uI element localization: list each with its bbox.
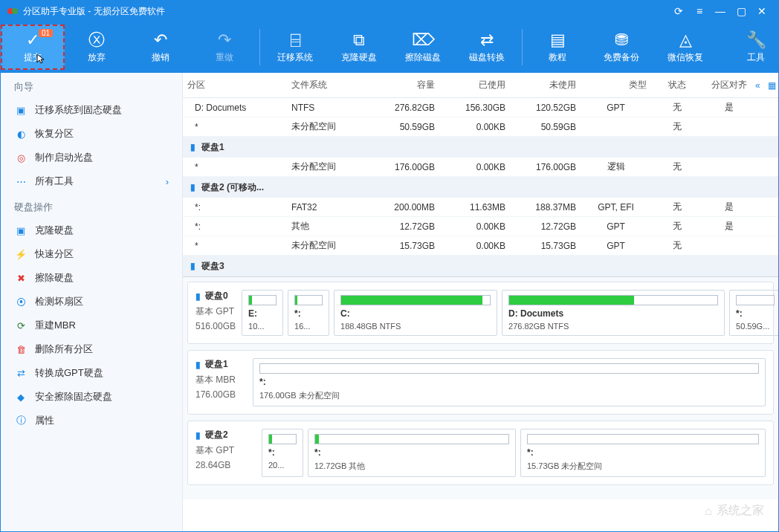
partition-table: D: DocumetsNTFS276.82GB156.30GB120.52GBG… <box>183 98 778 276</box>
partition-name: *: <box>527 447 759 458</box>
usage-bar <box>259 363 759 374</box>
disk-size: 28.64GB <box>195 460 256 470</box>
disk-card: ▮硬盘1基本 MBR176.00GB*:176.00GB 未分配空间 <box>187 350 774 415</box>
wechat-button[interactable]: ◬微信恢复 <box>653 25 717 70</box>
menu-icon[interactable]: ≡ <box>689 5 710 17</box>
usage-bar <box>314 434 509 444</box>
disk-icon: ⌸ <box>291 30 300 50</box>
col-free[interactable]: 未使用 <box>510 79 581 91</box>
sidebar-item-icon: ⇄ <box>14 368 28 379</box>
partition-name: E: <box>248 308 277 319</box>
col-status[interactable]: 状态 <box>651 79 703 91</box>
table-row[interactable]: *未分配空间176.00GB0.00KB176.00GB逻辑无 <box>183 158 778 177</box>
sidebar-item[interactable]: ◆安全擦除固态硬盘 <box>1 385 182 409</box>
collapse-icon[interactable]: « <box>755 80 760 91</box>
partition-block[interactable]: *:12.72GB 其他 <box>308 429 516 477</box>
disk-icon: ▮ <box>190 142 195 152</box>
table-row[interactable]: *未分配空间15.73GB0.00KB15.73GBGPT无 <box>183 236 778 256</box>
partition-block[interactable]: D: Documets276.82GB NTFS <box>502 290 725 336</box>
disk-title: 硬盘1 <box>201 141 224 154</box>
chevron-right-icon: › <box>166 176 169 187</box>
col-capacity[interactable]: 容量 <box>369 79 439 91</box>
refresh-icon[interactable]: ⟳ <box>668 5 689 17</box>
col-partition[interactable]: 分区 <box>183 79 287 91</box>
usage-bar <box>294 295 323 305</box>
cursor-icon <box>36 53 47 64</box>
partition-block[interactable]: *:50.59G... <box>729 290 778 336</box>
wrench-icon: 🔧 <box>746 30 766 50</box>
col-align[interactable]: 分区对齐 <box>703 79 755 91</box>
book-icon: ▤ <box>550 30 566 50</box>
disk-info: 基本 GPT <box>195 305 236 318</box>
disk-title: 硬盘2 (可移动... <box>201 181 264 194</box>
sidebar-item[interactable]: ◐恢复分区 <box>1 122 182 146</box>
partition-size: 10... <box>248 322 277 331</box>
disk-size: 516.00GB <box>195 321 236 331</box>
partition-block[interactable]: C:188.48GB NTFS <box>334 290 497 336</box>
disk-header[interactable]: ▮硬盘2 (可移动... <box>183 177 778 198</box>
disk-icon: ▮ <box>190 261 195 271</box>
sidebar-item[interactable]: 🗑删除所有分区 <box>1 337 182 361</box>
sidebar-item-label: 恢复分区 <box>35 127 74 140</box>
sidebar-item-label: 快速分区 <box>35 247 74 261</box>
commit-button[interactable]: 01 ✓ 提交 <box>1 25 65 70</box>
erase-button[interactable]: ⌦擦除磁盘 <box>391 25 455 70</box>
disk-header[interactable]: ▮硬盘3 <box>183 256 778 276</box>
sidebar-item-icon: ⚡ <box>14 249 28 260</box>
sidebar-item[interactable]: ⦿检测坏扇区 <box>1 290 182 314</box>
window-title: 分区助手专业版 - 无损分区免费软件 <box>23 5 668 18</box>
usage-bar <box>508 295 718 305</box>
partition-block[interactable]: E:10... <box>242 290 283 336</box>
grid-icon[interactable]: ▦ <box>768 80 776 91</box>
sidebar-item[interactable]: ⇄转换成GPT硬盘 <box>1 361 182 385</box>
col-used[interactable]: 已使用 <box>439 79 510 91</box>
sidebar-item-icon: ⓘ <box>14 414 28 427</box>
partition-block[interactable]: *:16... <box>288 290 329 336</box>
table-row[interactable]: *:FAT32200.00MB11.63MB188.37MBGPT, EFI无是 <box>183 198 778 217</box>
partition-size: 176.00GB 未分配空间 <box>259 390 759 401</box>
tutorial-button[interactable]: ▤教程 <box>526 25 589 70</box>
close-icon[interactable]: ✕ <box>751 5 772 17</box>
sidebar-item-icon: ✖ <box>14 273 28 284</box>
sidebar-item[interactable]: ⓘ属性 <box>1 409 182 432</box>
partition-block[interactable]: *:15.73GB 未分配空间 <box>520 429 766 477</box>
tools-button[interactable]: 🔧工具 <box>734 25 778 70</box>
migrate-button[interactable]: ⌸迁移系统 <box>263 25 327 70</box>
sidebar-item[interactable]: ◎制作启动光盘 <box>1 146 182 169</box>
undo-button[interactable]: ↶撤销 <box>129 25 193 70</box>
sidebar-item[interactable]: ▣迁移系统到固态硬盘 <box>1 98 182 122</box>
partition-size: 20... <box>268 461 297 470</box>
erase-icon: ⌦ <box>412 30 435 50</box>
sidebar-item-label: 擦除硬盘 <box>35 271 74 285</box>
sidebar-item[interactable]: ▣克隆硬盘 <box>1 218 182 242</box>
disk-size: 176.00GB <box>195 389 247 400</box>
backup-icon: ⛃ <box>615 30 628 50</box>
partition-size: 16... <box>294 322 323 331</box>
convert-icon: ⇄ <box>480 30 494 50</box>
sidebar-item[interactable]: ⚡快速分区 <box>1 242 182 266</box>
maximize-icon[interactable]: ▢ <box>731 5 751 17</box>
redo-icon: ↷ <box>218 30 231 50</box>
disk-header[interactable]: ▮硬盘1 <box>183 137 778 158</box>
partition-size: 50.59G... <box>736 322 775 331</box>
partition-block[interactable]: *:20... <box>262 429 303 477</box>
partition-block[interactable]: *:176.00GB 未分配空间 <box>253 358 766 406</box>
table-row[interactable]: *:其他12.72GB0.00KB12.72GBGPT无是 <box>183 217 778 236</box>
partition-size: 276.82GB NTFS <box>508 322 718 331</box>
minimize-icon[interactable]: — <box>710 5 731 17</box>
table-row[interactable]: *未分配空间50.59GB0.00KB50.59GB无 <box>183 117 778 137</box>
convert-button[interactable]: ⇄磁盘转换 <box>455 25 519 70</box>
clone-button[interactable]: ⧉克隆硬盘 <box>327 25 391 70</box>
wechat-icon: ◬ <box>679 30 692 50</box>
col-type[interactable]: 类型 <box>581 79 651 91</box>
col-filesystem[interactable]: 文件系统 <box>287 79 369 91</box>
sidebar-item-label: 检测坏扇区 <box>35 295 83 308</box>
redo-button[interactable]: ↷重做 <box>193 25 256 70</box>
sidebar-item[interactable]: ⋯所有工具› <box>1 169 182 193</box>
discard-button[interactable]: ⓧ放弃 <box>65 25 129 70</box>
table-row[interactable]: D: DocumetsNTFS276.82GB156.30GB120.52GBG… <box>183 98 778 117</box>
partition-name: C: <box>340 308 491 319</box>
sidebar-item[interactable]: ✖擦除硬盘 <box>1 266 182 290</box>
sidebar-item[interactable]: ⟳重建MBR <box>1 314 182 337</box>
backup-button[interactable]: ⛃免费备份 <box>589 25 653 70</box>
